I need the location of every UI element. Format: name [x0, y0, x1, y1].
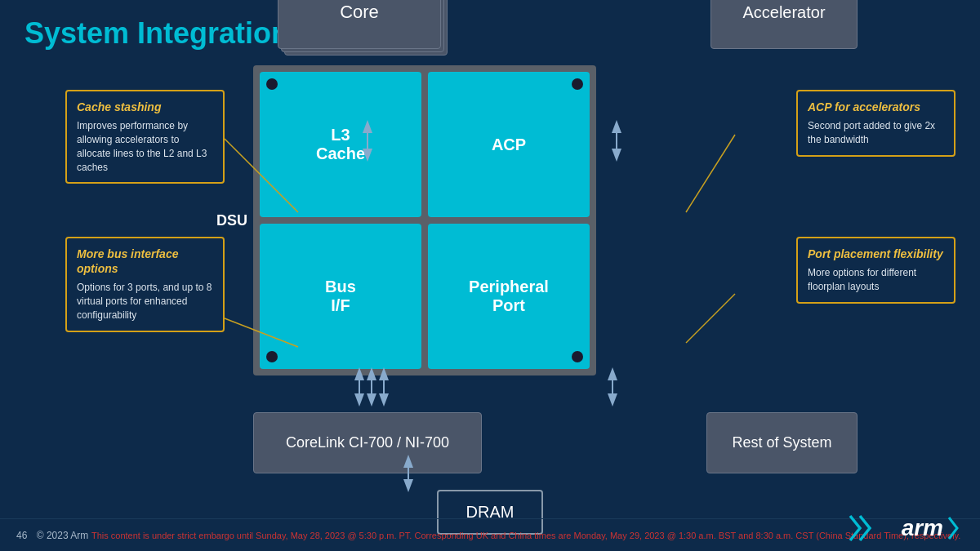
annotation-bus-text: Options for 3 ports, and up to 8 virtual…	[77, 281, 213, 322]
rest-label: Rest of System	[732, 434, 831, 451]
rest-of-system-block: Rest of System	[706, 412, 858, 473]
annotation-port-placement: Port placement flexibility More options …	[796, 237, 956, 304]
slide-number: 46	[16, 530, 27, 541]
footer-embargo: This content is under strict embargo unt…	[88, 531, 964, 540]
acp-cell: ACP	[428, 72, 590, 217]
acp-label: ACP	[492, 136, 526, 154]
dsu-label: DSU	[216, 212, 247, 229]
l3cache-label: L3Cache	[316, 126, 365, 163]
dsu-inner: L3Cache ACP BusI/F PeripheralPort	[260, 72, 590, 369]
core-label: Core	[340, 2, 379, 23]
dot-periph-br	[572, 351, 583, 362]
peripheral-cell: PeripheralPort	[428, 224, 590, 369]
annotation-cache-stashing: Cache stashing Improves performance by a…	[65, 90, 225, 184]
svg-line-12	[686, 294, 735, 343]
busif-cell: BusI/F	[260, 224, 421, 369]
accelerator-block: Accelerator	[710, 0, 858, 49]
corelink-block: CoreLink CI-700 / NI-700	[253, 412, 482, 473]
annotation-bus-interface: More bus interface options Options for 3…	[65, 237, 225, 332]
annotation-cache-text: Improves performance by allowing acceler…	[77, 119, 213, 174]
footer-slide-info: 46 © 2023 Arm	[16, 530, 88, 541]
peripheral-label: PeripheralPort	[469, 278, 549, 315]
corelink-label: CoreLink CI-700 / NI-700	[286, 434, 449, 451]
annotation-port-title: Port placement flexibility	[808, 247, 944, 261]
arm-logo-svg	[849, 512, 898, 544]
annotation-acp-text: Second port added to give 2x the bandwid…	[808, 119, 944, 147]
arm-brand-text: arm	[902, 515, 943, 541]
footer-copyright: © 2023 Arm	[37, 530, 89, 541]
annotation-acp-title: ACP for accelerators	[808, 100, 944, 114]
dot-bus-bl	[266, 351, 278, 362]
slide: System Integration Flexibility Cache sta…	[0, 0, 980, 551]
dot-acp-tr	[572, 78, 583, 90]
svg-line-11	[686, 135, 735, 212]
annotation-acp: ACP for accelerators Second port added t…	[796, 90, 956, 157]
busif-label: BusI/F	[325, 278, 356, 315]
content-area: Cache stashing Improves performance by a…	[0, 49, 980, 518]
arm-arrow-icon	[947, 516, 964, 540]
footer: 46 © 2023 Arm This content is under stri…	[0, 518, 980, 551]
core-card-front: Core	[278, 0, 441, 49]
annotation-port-text: More options for different floorplan lay…	[808, 266, 944, 294]
l3cache-cell: L3Cache	[260, 72, 421, 217]
dsu-block: DSU L3Cache ACP BusI/F	[253, 65, 596, 375]
annotation-bus-title: More bus interface options	[77, 247, 213, 276]
annotation-cache-title: Cache stashing	[77, 100, 213, 114]
dot-l3-tl	[266, 78, 278, 90]
arm-logo: arm	[849, 512, 964, 544]
accelerator-label: Accelerator	[742, 3, 825, 22]
